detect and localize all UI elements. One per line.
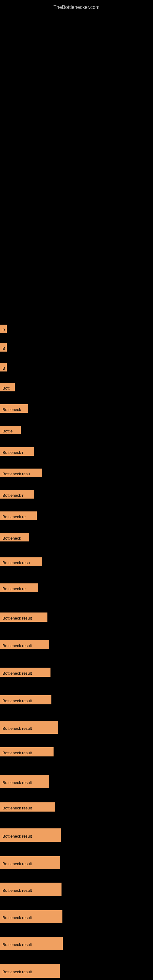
bottleneck-result-item: Bottleneck result	[0, 910, 62, 923]
bottleneck-result-item: B	[0, 325, 7, 333]
bottleneck-result-item: Bottleneck	[0, 404, 28, 413]
bottleneck-result-item: Bottleneck resu	[0, 469, 42, 477]
bottleneck-result-item: Bottleneck result	[0, 640, 49, 649]
bottleneck-result-item: B	[0, 363, 7, 371]
bottleneck-result-item: B	[0, 343, 7, 352]
bottleneck-result-item: Bottleneck result	[0, 802, 55, 811]
bottleneck-result-item: Bottleneck result	[0, 775, 49, 788]
bottleneck-result-item: Bottleneck result	[0, 747, 54, 756]
bottleneck-result-item: Bott	[0, 383, 15, 391]
bottleneck-result-item: Bottleneck re	[0, 511, 37, 520]
bottleneck-result-item: Bottleneck result	[0, 695, 51, 705]
bottleneck-result-item: Bottle	[0, 426, 21, 434]
bottleneck-result-item: Bottleneck result	[0, 668, 51, 677]
bottleneck-result-item: Bottleneck resu	[0, 557, 42, 566]
bottleneck-result-item: Bottleneck r	[0, 447, 33, 456]
bottleneck-result-item: Bottleneck result	[0, 937, 63, 950]
bottleneck-result-item: Bottleneck result	[0, 721, 58, 734]
bottleneck-result-item: Bottleneck result	[0, 829, 61, 842]
bottleneck-result-item: Bottleneck	[0, 533, 29, 541]
site-title: TheBottlenecker.com	[0, 2, 153, 13]
bottleneck-result-item: Bottleneck r	[0, 490, 34, 499]
bottleneck-result-item: Bottleneck re	[0, 584, 38, 592]
bottleneck-result-item: Bottleneck result	[0, 856, 60, 869]
bottleneck-result-item: Bottleneck result	[0, 612, 48, 622]
bottleneck-result-item: Bottleneck result	[0, 964, 60, 978]
bottleneck-result-item: Bottleneck result	[0, 883, 62, 896]
